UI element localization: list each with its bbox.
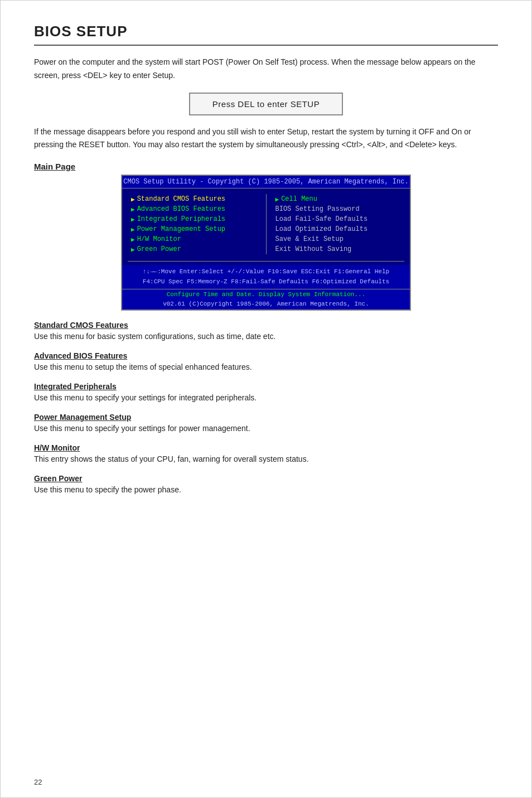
section-desc-2: Use this menu to specify your settings f… [34,392,498,404]
section-block-1: Advanced BIOS FeaturesUse this menu to s… [34,351,498,373]
bios-right-item-3: Load Optimized Defaults [275,224,405,234]
bios-right-item-0: ▶Cell Menu [275,194,405,204]
sections-container: Standard CMOS FeaturesUse this menu for … [34,321,498,496]
section-title-1: Advanced BIOS Features [34,351,498,360]
section-block-5: Green PowerUse this menu to specify the … [34,474,498,496]
section-desc-0: Use this menu for basic system configura… [34,331,498,342]
bios-menu: ▶Standard CMOS Features▶Advanced BIOS Fe… [122,188,410,258]
bios-left-column: ▶Standard CMOS Features▶Advanced BIOS Fe… [122,194,267,254]
section-desc-1: Use this menu to setup the items of spec… [34,361,498,373]
bios-footer-line2: F4:CPU Spec F5:Memory-Z F8:Fail-Safe Def… [127,277,405,287]
section-desc-5: Use this menu to specify the power phase… [34,484,498,496]
bios-divider [128,261,404,262]
bios-right-item-4: Save & Exit Setup [275,234,405,244]
bios-bottom-info: Configure Time and Date. Display System … [122,289,410,299]
section-block-2: Integrated PeripheralsUse this menu to s… [34,382,498,404]
del-prompt-text: Press DEL to enter SETUP [189,93,343,115]
section-block-0: Standard CMOS FeaturesUse this menu for … [34,321,498,342]
bios-right-column: ▶Cell MenuBIOS Setting PasswordLoad Fail… [267,194,410,254]
bios-copyright: v02.61 (C)Copyright 1985-2006, American … [122,299,410,309]
bios-left-item-1: ▶Advanced BIOS Features [131,204,260,214]
bios-screen-header: CMOS Setup Utility - Copyright (C) 1985-… [122,176,410,188]
intro-paragraph: Power on the computer and the system wil… [34,56,498,83]
section-block-4: H/W MonitorThis entry shows the status o… [34,443,498,465]
section-desc-3: Use this menu to specify your settings f… [34,423,498,434]
bios-left-item-2: ▶Integrated Peripherals [131,214,260,224]
del-prompt-box: Press DEL to enter SETUP [34,93,498,115]
bios-left-item-3: ▶Power Management Setup [131,224,260,234]
section-title-5: Green Power [34,474,498,483]
section-title-4: H/W Monitor [34,443,498,452]
bios-right-item-2: Load Fail-Safe Defaults [275,214,405,224]
bios-left-item-4: ▶H/W Monitor [131,234,260,244]
bios-footer: ↑↓→←:Move Enter:Select +/-/:Value F10:Sa… [122,265,410,289]
page-container: BIOS SETUP Power on the computer and the… [0,0,532,798]
second-paragraph: If the message disappears before you res… [34,125,498,152]
page-number: 22 [34,778,42,786]
bios-left-item-0: ▶Standard CMOS Features [131,194,260,204]
section-title-2: Integrated Peripherals [34,382,498,391]
section-title-0: Standard CMOS Features [34,321,498,330]
main-page-label: Main Page [34,162,498,171]
page-title: BIOS SETUP [34,23,498,46]
section-desc-4: This entry shows the status of your CPU,… [34,453,498,465]
section-block-3: Power Management SetupUse this menu to s… [34,413,498,434]
section-title-3: Power Management Setup [34,413,498,422]
bios-right-item-1: BIOS Setting Password [275,204,405,214]
bios-left-item-5: ▶Green Power [131,244,260,254]
bios-footer-line1: ↑↓→←:Move Enter:Select +/-/:Value F10:Sa… [127,267,405,277]
bios-right-item-5: Exit Without Saving [275,244,405,254]
bios-screen: CMOS Setup Utility - Copyright (C) 1985-… [121,175,411,311]
